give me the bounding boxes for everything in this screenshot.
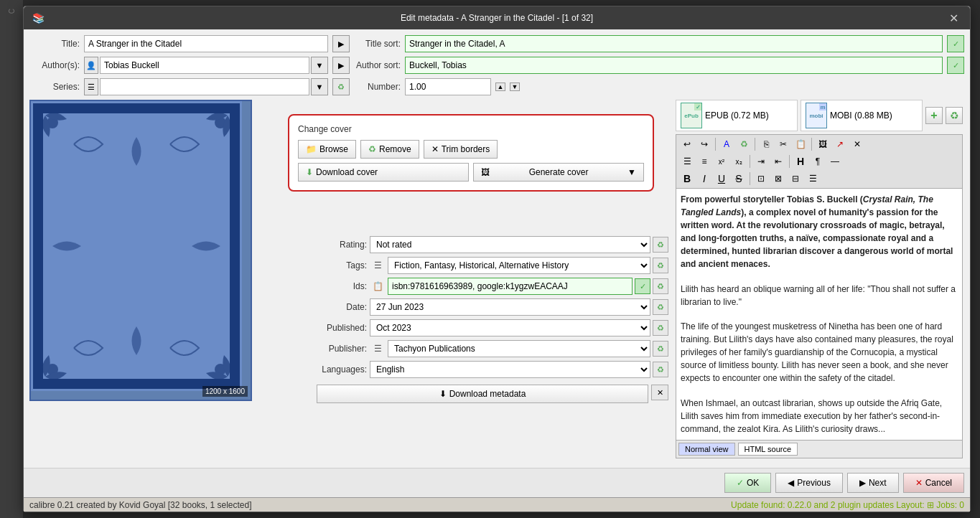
ids-refresh[interactable]: ♻ <box>653 278 668 294</box>
published-select[interactable]: Oct 2023 <box>370 319 650 336</box>
title-input[interactable] <box>84 35 328 52</box>
authors-label: Author(s): <box>29 60 80 70</box>
undo-btn[interactable]: ↩ <box>679 136 695 152</box>
series-dropdown[interactable]: ▼ <box>311 78 328 95</box>
download-cover-button[interactable]: ⬇ Download cover <box>298 163 469 182</box>
publisher-list-icon[interactable]: ☰ <box>370 341 386 357</box>
next-button[interactable]: ▶ Next <box>847 473 899 493</box>
strike-btn[interactable]: S <box>731 171 747 187</box>
copy-btn[interactable]: ⎘ <box>758 136 774 152</box>
download-cover-row: ⬇ Download cover 🖼 Generate cover ▼ <box>298 163 644 182</box>
statusbar-left: calibre 0.21 created by Kovid Goyal [32 … <box>29 500 252 510</box>
html-source-btn[interactable]: HTML source <box>738 443 798 456</box>
cover-dimensions: 1200 x 1600 <box>202 386 248 397</box>
mobi-label: MOBI (0.88 MB) <box>830 110 892 121</box>
ids-check[interactable]: ✓ <box>635 278 650 294</box>
align-left-btn[interactable]: ☰ <box>679 154 695 169</box>
remove-button[interactable]: ♻ Remove <box>360 140 419 159</box>
img-btn[interactable]: 🖼 <box>815 136 831 152</box>
browse-button[interactable]: 📁 Browse <box>298 140 356 159</box>
add-format-btn[interactable]: + <box>925 107 943 124</box>
rating-refresh[interactable]: ♻ <box>653 237 668 253</box>
ids-input[interactable] <box>388 278 633 295</box>
generate-dropdown-icon: ▼ <box>627 167 636 177</box>
comments-body[interactable]: From powerful storyteller Tobias S. Buck… <box>676 189 962 440</box>
ids-icon[interactable]: 📋 <box>370 278 386 294</box>
normal-view-btn[interactable]: Normal view <box>678 443 735 456</box>
trim-icon: ✕ <box>431 144 439 154</box>
remove-format-btn[interactable]: ♻ <box>946 107 963 124</box>
ok-button[interactable]: ✓ OK <box>724 473 771 493</box>
block-center-btn[interactable]: ⊠ <box>770 171 786 187</box>
title-sort-input[interactable] <box>405 35 943 52</box>
subscript-btn[interactable]: x₂ <box>731 154 747 169</box>
align-center-btn[interactable]: ≡ <box>696 154 712 169</box>
generate-cover-button[interactable]: 🖼 Generate cover ▼ <box>473 163 644 182</box>
paste-btn[interactable]: 📋 <box>793 136 808 152</box>
trim-borders-button[interactable]: ✕ Trim borders <box>424 140 498 159</box>
authors-input[interactable] <box>100 57 309 74</box>
titlebar-icon: 📚 <box>32 12 45 24</box>
book-cover[interactable]: 1200 x 1600 <box>29 100 252 401</box>
published-refresh[interactable]: ♻ <box>653 320 668 336</box>
previous-button[interactable]: ◀ Previous <box>775 473 843 493</box>
languages-refresh[interactable]: ♻ <box>653 362 668 377</box>
number-up[interactable]: ▲ <box>495 83 505 91</box>
italic-btn[interactable]: I <box>696 171 712 187</box>
publisher-label: Publisher: <box>317 344 367 354</box>
comments-panel: ✓ ePub EPUB (0.72 MB) m mobi MOBI (0.88 <box>676 100 963 444</box>
rating-select[interactable]: Not rated 123 45 <box>370 236 650 253</box>
author-sort-input[interactable] <box>405 57 943 74</box>
download-metadata-button[interactable]: ⬇ Download metadata <box>317 385 648 403</box>
title-sort-check[interactable]: ✓ <box>947 35 964 52</box>
authors-arrow-btn[interactable]: ▶ <box>332 57 350 74</box>
change-cover-title: Change cover <box>298 124 644 134</box>
number-down[interactable]: ▼ <box>510 83 520 91</box>
block-right-btn[interactable]: ⊟ <box>788 171 803 187</box>
hr-btn[interactable]: — <box>827 154 843 169</box>
publisher-select[interactable]: Tachyon Publications <box>388 340 650 357</box>
date-select[interactable]: 27 Jun 2023 <box>370 298 650 316</box>
underline-btn[interactable]: U <box>714 171 729 187</box>
bold-btn[interactable]: B <box>679 171 695 187</box>
link-btn[interactable]: ↗ <box>832 136 848 152</box>
superscript-btn[interactable]: x² <box>714 154 729 169</box>
languages-select[interactable]: English <box>370 361 650 378</box>
color-btn[interactable]: A <box>719 136 734 152</box>
cover-panel: 1200 x 1600 <box>29 100 252 462</box>
title-arrow-btn[interactable]: ▶ <box>332 35 350 52</box>
authors-person-icon: 👤 <box>84 57 98 74</box>
heading-btn[interactable]: H <box>793 154 808 169</box>
tags-refresh[interactable]: ♻ <box>653 258 668 273</box>
author-sort-check[interactable]: ✓ <box>947 57 964 74</box>
series-input[interactable] <box>100 78 309 95</box>
clear-fmt-btn[interactable]: ✕ <box>849 136 865 152</box>
mobi-format[interactable]: m mobi MOBI (0.88 MB) <box>801 100 923 131</box>
window-title: Edit metadata - A Stranger in the Citade… <box>401 13 593 23</box>
style-btn[interactable]: ¶ <box>810 154 826 169</box>
clear-metadata-btn[interactable]: ✕ <box>651 385 668 400</box>
highlight-btn[interactable]: ♻ <box>736 136 752 152</box>
redo-btn[interactable]: ↪ <box>696 136 712 152</box>
cancel-button[interactable]: ✕ Cancel <box>903 473 964 493</box>
cut-btn[interactable]: ✂ <box>775 136 791 152</box>
published-row: Published: Oct 2023 ♻ <box>317 319 668 336</box>
tags-list-icon[interactable]: ☰ <box>370 258 386 273</box>
justify-btn[interactable]: ☰ <box>805 171 821 187</box>
publisher-refresh[interactable]: ♻ <box>653 341 668 357</box>
date-refresh[interactable]: ♻ <box>653 299 668 315</box>
dialog-footer: ✓ OK ◀ Previous ▶ Next ✕ Cancel <box>24 468 970 497</box>
tags-label: Tags: <box>317 260 367 270</box>
number-input[interactable] <box>405 78 491 95</box>
calibre-sidebar: C <box>0 0 23 518</box>
series-refresh-btn[interactable]: ♻ <box>332 78 350 95</box>
statusbar-right: Update found: 0.22.0 and 2 plugin update… <box>731 500 964 510</box>
close-button[interactable]: ✕ <box>946 11 961 25</box>
epub-format[interactable]: ✓ ePub EPUB (0.72 MB) <box>676 100 798 131</box>
download-cover-icon: ⬇ <box>306 167 313 177</box>
tags-select[interactable]: Fiction, Fantasy, Historical, Alternativ… <box>388 257 650 274</box>
authors-dropdown[interactable]: ▼ <box>311 57 328 74</box>
outdent-btn[interactable]: ⇤ <box>770 154 786 169</box>
block-left-btn[interactable]: ⊡ <box>753 171 769 187</box>
indent-btn[interactable]: ⇥ <box>753 154 769 169</box>
